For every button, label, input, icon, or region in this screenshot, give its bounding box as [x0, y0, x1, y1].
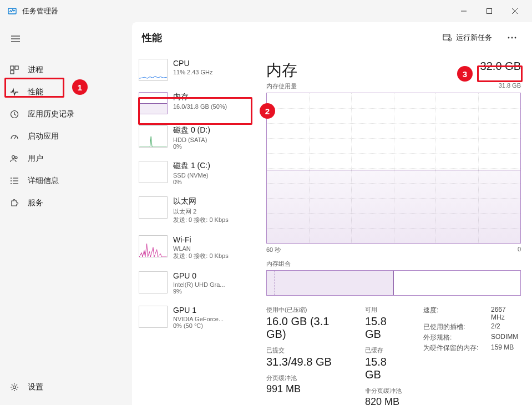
perf-sub: WLAN — [173, 245, 250, 252]
grid-icon — [9, 64, 20, 75]
usable-total: 31.8 GB — [499, 82, 521, 90]
svg-point-15 — [11, 178, 12, 179]
nav-app-history[interactable]: 应用历史记录 — [0, 103, 132, 125]
svg-rect-9 — [15, 66, 18, 69]
perf-name: 以太网 — [173, 196, 250, 206]
perf-item-ethernet[interactable]: 以太网 以太网 2 发送: 0 接收: 0 Kbps — [132, 191, 255, 230]
nav-label: 服务 — [28, 198, 43, 208]
perf-sub2: 9% — [173, 288, 250, 295]
perf-sub: Intel(R) UHD Gra... — [173, 281, 250, 288]
stat-label: 已缓存 — [365, 346, 406, 355]
more-button[interactable] — [502, 28, 522, 48]
stat-value: 15.8 GB — [365, 315, 406, 341]
nav-users[interactable]: 用户 — [0, 148, 132, 170]
nav-label: 应用历史记录 — [28, 109, 74, 119]
detail-title: 内存 — [266, 60, 297, 81]
perf-sub: NVIDIA GeForce... — [173, 316, 250, 322]
nav-label: 启动应用 — [28, 131, 59, 141]
perf-item-wifi[interactable]: Wi-Fi WLAN 发送: 0 接收: 0 Kbps — [132, 230, 255, 266]
spec-value: 159 MB — [491, 343, 514, 353]
content-header: 性能 运行新任务 — [132, 22, 532, 53]
perf-name: 内存 — [173, 92, 250, 102]
spec-label: 速度: — [423, 306, 484, 321]
stat-value: 820 MB — [365, 396, 406, 405]
perf-sub: SSD (NVMe) — [173, 172, 250, 179]
perf-item-gpu1[interactable]: GPU 1 NVIDIA GeForce... 0% (50 °C) — [132, 300, 255, 335]
perf-name: Wi-Fi — [173, 235, 250, 244]
perf-sub2: 发送: 0 接收: 0 Kbps — [173, 252, 250, 260]
nav-label: 用户 — [28, 154, 43, 164]
perf-item-memory[interactable]: 内存 16.0/31.8 GB (50%) — [132, 87, 255, 120]
stat-label: 分页缓冲池 — [266, 374, 352, 382]
perf-sub2: 0% — [173, 179, 250, 185]
svg-point-28 — [515, 37, 516, 39]
perf-item-disk0[interactable]: 磁盘 0 (D:) HDD (SATA) 0% — [132, 120, 255, 155]
users-icon — [9, 153, 20, 164]
memory-thumb — [139, 92, 168, 114]
svg-rect-8 — [11, 66, 14, 69]
settings-label: 设置 — [28, 382, 43, 392]
spec-label: 为硬件保留的内存: — [423, 343, 484, 353]
perf-sub: 16.0/31.8 GB (50%) — [173, 103, 250, 110]
run-task-icon — [443, 33, 452, 43]
run-task-button[interactable]: 运行新任务 — [437, 29, 498, 47]
gpu-thumb — [139, 271, 168, 293]
stat-value: 15.8 GB — [365, 356, 406, 381]
svg-point-19 — [11, 183, 12, 184]
perf-name: 磁盘 1 (C:) — [173, 161, 250, 171]
maximize-button[interactable] — [477, 2, 502, 20]
run-task-label: 运行新任务 — [456, 33, 492, 43]
pulse-icon — [9, 87, 20, 98]
performance-list: CPU 11% 2.43 GHz 内存 16.0/31.8 GB (50%) 磁… — [132, 53, 255, 405]
section-title: 性能 — [142, 31, 162, 44]
spec-value: 2667 MHz — [491, 306, 521, 321]
perf-sub2: 0% — [173, 143, 250, 150]
perf-sub: 11% 2.43 GHz — [173, 69, 250, 75]
close-button[interactable] — [502, 2, 528, 20]
perf-item-cpu[interactable]: CPU 11% 2.43 GHz — [132, 53, 255, 87]
content-panel: 性能 运行新任务 CPU 11% 2.43 GHz — [132, 22, 532, 405]
cpu-thumb — [139, 59, 168, 81]
perf-sub: HDD (SATA) — [173, 136, 250, 143]
gauge-icon — [9, 131, 20, 142]
gear-icon — [9, 382, 20, 393]
svg-rect-2 — [487, 9, 492, 14]
list-icon — [9, 175, 20, 186]
svg-rect-10 — [11, 70, 14, 74]
perf-sub2: 发送: 0 接收: 0 Kbps — [173, 216, 250, 224]
hamburger-button[interactable] — [4, 29, 27, 49]
svg-point-27 — [511, 37, 513, 39]
spec-value: 2/2 — [491, 322, 500, 332]
history-icon — [9, 109, 20, 120]
stat-label: 非分页缓冲池 — [365, 387, 406, 395]
spec-label: 已使用的插槽: — [423, 322, 484, 332]
disk-thumb — [139, 161, 168, 183]
nav-performance[interactable]: 性能 — [0, 81, 132, 103]
svg-point-14 — [15, 156, 17, 159]
puzzle-icon — [9, 198, 20, 209]
memory-usage-chart[interactable] — [266, 93, 521, 244]
nav-startup[interactable]: 启动应用 — [0, 125, 132, 148]
perf-item-gpu0[interactable]: GPU 0 Intel(R) UHD Gra... 9% — [132, 266, 255, 300]
svg-point-26 — [508, 37, 510, 39]
minimize-button[interactable] — [451, 2, 477, 20]
nav-label: 详细信息 — [28, 176, 59, 186]
spec-value: SODIMM — [491, 333, 518, 342]
spec-label: 外形规格: — [423, 333, 484, 342]
composition-label: 内存组合 — [266, 260, 521, 268]
memory-composition-chart[interactable] — [266, 270, 521, 296]
stat-label: 已提交 — [266, 346, 352, 355]
stat-value: 16.0 GB (3.1 GB) — [266, 315, 352, 341]
perf-sub: 以太网 2 — [173, 207, 250, 216]
nav-settings[interactable]: 设置 — [0, 376, 132, 398]
svg-point-13 — [12, 156, 15, 159]
svg-point-17 — [11, 180, 12, 181]
stat-value: 31.3/49.8 GB — [266, 356, 352, 368]
stat-label: 可用 — [365, 306, 406, 314]
perf-item-disk1[interactable]: 磁盘 1 (C:) SSD (NVMe) 0% — [132, 155, 255, 191]
perf-name: 磁盘 0 (D:) — [173, 125, 250, 135]
nav-processes[interactable]: 进程 — [0, 59, 132, 81]
nav-services[interactable]: 服务 — [0, 192, 132, 214]
nav-details[interactable]: 详细信息 — [0, 170, 132, 192]
svg-point-21 — [13, 386, 16, 389]
